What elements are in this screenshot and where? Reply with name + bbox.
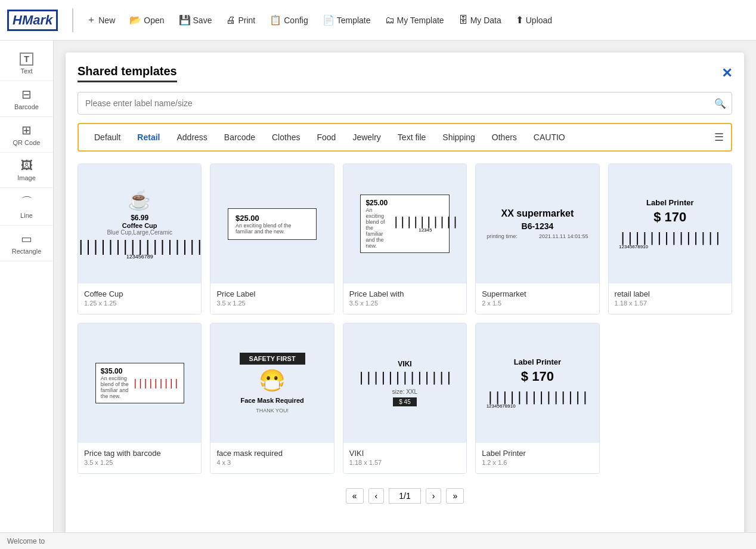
new-label: New (98, 16, 115, 25)
price-tag-left: $35.00 An exciting blend of the familiar… (101, 367, 129, 399)
template-preview-retail: Label Printer $ 170 |||||||||||||| 12345… (609, 164, 732, 283)
status-bar: Welcome to (0, 532, 756, 549)
pagination-prev[interactable]: ‹ (368, 488, 385, 504)
sidebar-item-barcode[interactable]: ⊟ Barcode (0, 81, 53, 117)
template-size-label-printer2: 1.2 x 1.6 (482, 459, 593, 466)
price-tag-barcode-area: ||||||||| (132, 378, 179, 388)
template-button[interactable]: 📄 Template (317, 11, 377, 29)
toolbar-divider (72, 8, 73, 32)
category-tabs: Default Retail Address Barcode Clothes F… (78, 123, 732, 152)
retail-barcode: |||||||||||||| (619, 231, 721, 244)
template-card-coffee-cup[interactable]: ☕ $6.99 Coffee Cup Blue Cup,Large,Cerami… (78, 164, 202, 314)
template-card-retail[interactable]: Label Printer $ 170 |||||||||||||| 12345… (608, 164, 732, 314)
pagination-current: 1/1 (389, 488, 420, 504)
search-input[interactable] (78, 92, 732, 115)
sidebar-item-text[interactable]: T Text (0, 47, 53, 81)
price-tag-desc: An exciting blend of the familiar and th… (101, 375, 129, 399)
pagination-last[interactable]: » (446, 488, 464, 504)
my-data-button[interactable]: 🗄 My Data (453, 11, 507, 29)
close-button[interactable]: ✕ (721, 66, 732, 81)
cat-tab-shipping[interactable]: Shipping (434, 129, 484, 146)
label-printer2-content: Label Printer $ 170 |||||||||||||| 12345… (487, 357, 588, 409)
template-name-price-label: Price Label (216, 289, 327, 298)
sidebar-item-qrcode[interactable]: ⊞ QR Code (0, 117, 53, 153)
template-name-coffee: Coffee Cup (84, 289, 195, 298)
pagination-next[interactable]: › (426, 488, 442, 504)
retail-barcode-area: |||||||||||||| 12345678910 (619, 231, 721, 249)
price-label-price: $25.00 (236, 214, 309, 223)
upload-button[interactable]: ⬆ Upload (510, 11, 558, 29)
template-info-retail: retail label 1.18 x 1.57 (609, 283, 732, 314)
template-size-face-mask: 4 x 3 (216, 459, 327, 466)
template-size-retail: 1.18 x 1.57 (615, 300, 726, 307)
template-info-price-label: Price Label 3.5 x 1.25 (210, 283, 333, 314)
cat-tab-caution[interactable]: CAUTIO (525, 129, 574, 146)
retail-content: Label Printer $ 170 |||||||||||||| 12345… (619, 198, 721, 249)
supermarket-code: B6-1234 (522, 221, 554, 231)
template-card-viki[interactable]: VIKI ||||||||||||| size: XXL $ 45 VIKI 1… (343, 323, 467, 474)
price-tag-price: $35.00 (101, 367, 129, 375)
print-button[interactable]: 🖨 Print (220, 11, 261, 29)
dialog-header: Shared templates ✕ (78, 64, 732, 82)
cat-tab-others[interactable]: Others (484, 129, 525, 146)
supermarket-name: XX supermarket (501, 208, 574, 219)
price-label-box: $25.00 An exciting blend of the familiar… (228, 208, 317, 240)
my-data-label: My Data (470, 16, 501, 25)
cat-tab-food[interactable]: Food (308, 129, 344, 146)
price-barcode-desc: An exciting blend of the familiar and th… (365, 207, 388, 249)
coffee-title: Coffee Cup (122, 222, 157, 229)
sidebar-item-rectangle[interactable]: ▭ Rectangle (0, 226, 53, 261)
template-name-face-mask: face mask required (216, 449, 327, 458)
my-template-button[interactable]: 🗂 My Template (379, 11, 450, 29)
retail-barcode-num: 12345678910 (619, 244, 721, 249)
open-button[interactable]: 📂 Open (123, 11, 170, 29)
template-preview-label-printer2: Label Printer $ 170 |||||||||||||| 12345… (476, 323, 599, 443)
category-more-icon[interactable]: ☰ (714, 131, 724, 144)
cat-tab-default[interactable]: Default (86, 129, 129, 146)
cat-tab-barcode[interactable]: Barcode (216, 129, 264, 146)
save-button[interactable]: 💾 Save (173, 11, 218, 29)
sidebar-rectangle-label: Rectangle (12, 248, 42, 255)
viki-size-label: size: XXL (392, 388, 417, 395)
sidebar-image-label: Image (17, 174, 36, 181)
mask-sub: THANK YOU! (256, 408, 289, 414)
config-button[interactable]: 📋 Config (264, 11, 314, 29)
template-icon: 📄 (323, 14, 334, 26)
pagination-first[interactable]: « (346, 488, 364, 504)
sidebar-item-image[interactable]: 🖼 Image (0, 153, 53, 188)
new-button[interactable]: ＋ New (80, 10, 121, 30)
cat-tab-jewelry[interactable]: Jewelry (344, 129, 389, 146)
price-barcode-left: $25.00 An exciting blend of the familiar… (365, 199, 388, 249)
my-data-icon: 🗄 (458, 15, 468, 26)
supermarket-row: printing time: 2021.11.11 14:01:55 (487, 233, 588, 239)
dialog-title: Shared templates (78, 64, 177, 82)
template-card-supermarket[interactable]: XX supermarket B6-1234 printing time: 20… (475, 164, 599, 314)
template-preview-price-barcode: $25.00 An exciting blend of the familiar… (343, 164, 466, 283)
save-label: Save (193, 16, 212, 25)
label-printer2-barcode-area: |||||||||||||| 12345678910 (487, 390, 588, 409)
template-card-price-barcode[interactable]: $25.00 An exciting blend of the familiar… (343, 164, 467, 314)
template-name-label-printer2: Label Printer (482, 449, 593, 458)
qrcode-icon: ⊞ (21, 123, 32, 137)
price-tag-barcode: ||||||||| (132, 378, 179, 388)
template-grid: ☕ $6.99 Coffee Cup Blue Cup,Large,Cerami… (78, 164, 732, 474)
mini-barcode-icon: |||||||||| (392, 215, 458, 227)
cat-tab-textfile[interactable]: Text file (389, 129, 434, 146)
template-name-price-barcode: Price Label with (349, 289, 460, 298)
template-name-supermarket: Supermarket (482, 289, 593, 298)
template-card-price-tag[interactable]: $35.00 An exciting blend of the familiar… (78, 323, 202, 474)
template-card-label-printer2[interactable]: Label Printer $ 170 |||||||||||||| 12345… (475, 323, 599, 474)
cat-tab-retail[interactable]: Retail (129, 129, 168, 146)
my-template-icon: 🗂 (385, 15, 395, 26)
template-card-face-mask[interactable]: SAFETY FIRST 😷 Face Mask Required THANK … (210, 323, 334, 474)
sidebar-item-line[interactable]: ⌒ Line (0, 188, 53, 226)
template-info-price-barcode: Price Label with 3.5 x 1.25 (343, 283, 466, 314)
viki-brand: VIKI (398, 360, 411, 368)
cat-tab-clothes[interactable]: Clothes (264, 129, 308, 146)
template-label: Template (337, 16, 371, 25)
template-info-face-mask: face mask required 4 x 3 (210, 443, 333, 473)
cat-tab-address[interactable]: Address (168, 129, 215, 146)
new-icon: ＋ (86, 14, 96, 26)
template-card-price-label[interactable]: $25.00 An exciting blend of the familiar… (210, 164, 334, 314)
mask-content: SAFETY FIRST 😷 Face Mask Required THANK … (240, 353, 305, 414)
